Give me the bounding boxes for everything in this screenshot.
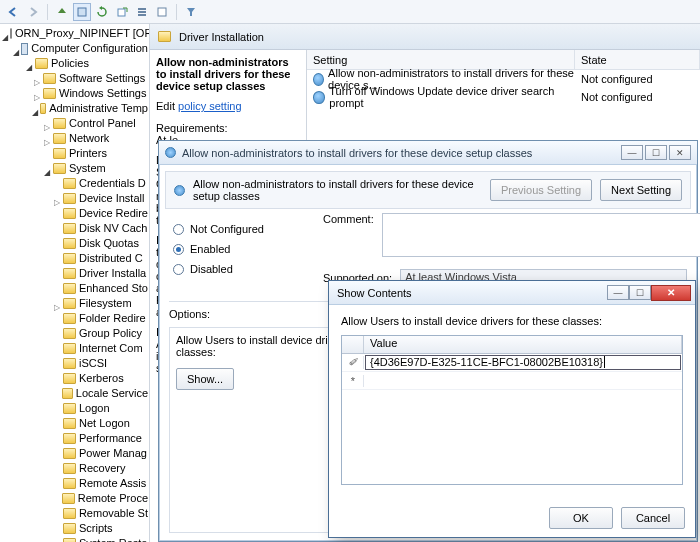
dialog-icon xyxy=(174,185,185,196)
policy-dialog-titlebar[interactable]: Allow non-administrators to install driv… xyxy=(159,141,697,165)
ok-button[interactable]: OK xyxy=(549,507,613,529)
maximize-button[interactable]: ☐ xyxy=(645,145,667,160)
tree-sys-child[interactable]: Driver Installa xyxy=(2,266,149,281)
svg-rect-0 xyxy=(78,8,86,16)
filter-icon[interactable] xyxy=(182,3,200,21)
tree-sys-child[interactable]: Filesystem xyxy=(2,296,149,311)
policy-dialog-title: Allow non-administrators to install driv… xyxy=(182,147,621,159)
next-setting-button[interactable]: Next Setting xyxy=(600,179,682,201)
folder-icon xyxy=(63,358,76,369)
content-title: Driver Installation xyxy=(150,24,700,50)
tree-sys-child[interactable]: Scripts xyxy=(2,521,149,536)
tree-sys-child[interactable]: iSCSI xyxy=(2,356,149,371)
tree-sys-child[interactable]: Kerberos xyxy=(2,371,149,386)
tree-sys-child[interactable]: Remote Assis xyxy=(2,476,149,491)
policy-dialog-header: Allow non-administrators to install driv… xyxy=(165,171,691,209)
tree-sys-child[interactable]: Enhanced Sto xyxy=(2,281,149,296)
svg-rect-5 xyxy=(158,8,166,16)
tree-at[interactable]: Administrative Temp xyxy=(2,101,149,116)
list-row[interactable]: Turn off Windows Update device driver se… xyxy=(307,88,700,106)
folder-icon xyxy=(35,58,48,69)
tree-sys-child[interactable]: Distributed C xyxy=(2,251,149,266)
list-icon[interactable] xyxy=(133,3,151,21)
tree-ws[interactable]: Windows Settings xyxy=(2,86,149,101)
computer-icon xyxy=(21,43,28,55)
options-label: Options: xyxy=(169,308,210,320)
minimize-button[interactable]: — xyxy=(607,285,629,300)
nav-tree: ORN_Proxy_NIPINEFT [ORN-DC Computer Conf… xyxy=(0,24,150,542)
tree-sys-child[interactable]: Locale Service xyxy=(2,386,149,401)
show-contents-label: Allow Users to install device drivers fo… xyxy=(341,315,683,327)
tree-pr[interactable]: Printers xyxy=(2,146,149,161)
folder-icon xyxy=(63,373,76,384)
tree-sys-child[interactable]: Internet Com xyxy=(2,341,149,356)
folder-icon xyxy=(63,238,76,249)
grid-row[interactable]: ✐{4D36E97D-E325-11CE-BFC1-08002BE10318} xyxy=(342,354,682,372)
minimize-button[interactable]: — xyxy=(621,145,643,160)
svg-rect-3 xyxy=(138,11,146,13)
folder-icon xyxy=(62,388,73,399)
grid-col-marker[interactable] xyxy=(342,336,364,353)
tree-ss[interactable]: Software Settings xyxy=(2,71,149,86)
close-button[interactable]: ✕ xyxy=(651,285,691,301)
folder-icon xyxy=(63,328,76,339)
tree-sys-child[interactable]: Credentials D xyxy=(2,176,149,191)
tree-sys-child[interactable]: Disk NV Cach xyxy=(2,221,149,236)
tree-sys-child[interactable]: Logon xyxy=(2,401,149,416)
back-icon[interactable] xyxy=(4,3,22,21)
svg-rect-1 xyxy=(118,9,125,16)
tree-policies[interactable]: Policies xyxy=(2,56,149,71)
comment-field[interactable] xyxy=(382,213,700,257)
refresh-icon[interactable] xyxy=(93,3,111,21)
content-title-text: Driver Installation xyxy=(179,31,264,43)
up-icon[interactable] xyxy=(53,3,71,21)
tree-sys-child[interactable]: Power Manag xyxy=(2,446,149,461)
tree-nw[interactable]: Network xyxy=(2,131,149,146)
setting-icon xyxy=(313,91,325,104)
tree-sys-child[interactable]: Recovery xyxy=(2,461,149,476)
folder-icon xyxy=(158,31,171,42)
forward-icon[interactable] xyxy=(24,3,42,21)
tree-sys-child[interactable]: Device Install xyxy=(2,191,149,206)
home-icon[interactable] xyxy=(73,3,91,21)
edit-policy-link[interactable]: policy setting xyxy=(178,100,242,112)
export-icon[interactable] xyxy=(113,3,131,21)
folder-icon xyxy=(63,508,76,519)
requirements-label: Requirements: xyxy=(156,122,300,134)
tree-sys-child[interactable]: Net Logon xyxy=(2,416,149,431)
folder-icon xyxy=(63,178,76,189)
show-contents-dialog: Show Contents — ☐ ✕ Allow Users to insta… xyxy=(328,280,696,538)
tree-sys-child[interactable]: Device Redire xyxy=(2,206,149,221)
edit-prefix: Edit xyxy=(156,100,178,112)
folder-icon xyxy=(53,133,66,144)
tree-sys-child[interactable]: Remote Proce xyxy=(2,491,149,506)
folder-icon xyxy=(63,433,76,444)
tree-cp[interactable]: Control Panel xyxy=(2,116,149,131)
value-grid: Value ✐{4D36E97D-E325-11CE-BFC1-08002BE1… xyxy=(341,335,683,485)
options-panel: Allow Users to install device dri classe… xyxy=(169,327,339,533)
grid-row[interactable]: * xyxy=(342,372,682,390)
row-value[interactable]: {4D36E97D-E325-11CE-BFC1-08002BE10318} xyxy=(365,355,681,370)
tree-sys-child[interactable]: System Resto xyxy=(2,536,149,542)
option-label: Allow Users to install device dri xyxy=(176,334,332,346)
tree-sys-child[interactable]: Disk Quotas xyxy=(2,236,149,251)
maximize-button[interactable]: ☐ xyxy=(629,285,651,300)
folder-icon xyxy=(63,253,76,264)
tree-sys-child[interactable]: Group Policy xyxy=(2,326,149,341)
tree-cc[interactable]: Computer Configuration xyxy=(2,41,149,56)
close-button[interactable]: ✕ xyxy=(669,145,691,160)
comment-label: Comment: xyxy=(323,213,374,225)
tree-root[interactable]: ORN_Proxy_NIPINEFT [ORN-DC xyxy=(2,26,149,41)
tree-sys[interactable]: System xyxy=(2,161,149,176)
folder-icon xyxy=(40,103,46,114)
col-state[interactable]: State xyxy=(575,50,700,70)
show-contents-titlebar[interactable]: Show Contents — ☐ ✕ xyxy=(329,281,695,305)
tree-sys-child[interactable]: Removable St xyxy=(2,506,149,521)
previous-setting-button[interactable]: Previous Setting xyxy=(490,179,592,201)
cancel-button[interactable]: Cancel xyxy=(621,507,685,529)
properties-icon[interactable] xyxy=(153,3,171,21)
show-button[interactable]: Show... xyxy=(176,368,234,390)
tree-sys-child[interactable]: Folder Redire xyxy=(2,311,149,326)
tree-sys-child[interactable]: Performance xyxy=(2,431,149,446)
grid-col-value[interactable]: Value xyxy=(364,336,682,353)
